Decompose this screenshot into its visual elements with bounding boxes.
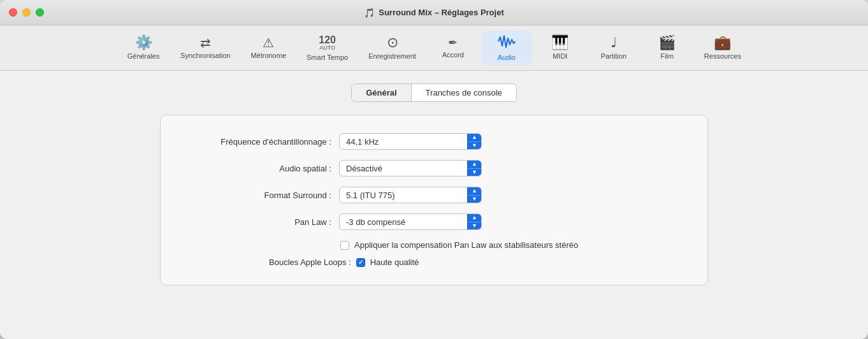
tab-synchronisation[interactable]: ⇄ Synchronisation [171,32,239,63]
pan-law-stepper-up[interactable]: ▲ [468,213,481,222]
tab-enregistrement[interactable]: ⊙ Enregistrement [359,32,425,64]
metronome-icon: ⚠ [263,36,274,49]
audio-spatial-stepper-up[interactable]: ▲ [468,160,481,169]
tab-generales-label: Générales [127,52,160,60]
window-title: 🎵 Surround Mix – Réglages Projet [364,8,504,18]
tab-general-button[interactable]: Général [352,84,411,101]
pan-law-checkbox-row: Appliquer la compensation Pan Law aux st… [186,240,682,250]
apple-loops-label: Haute qualité [370,257,419,267]
tab-ressources-label: Ressources [704,52,741,60]
pan-law-stepper[interactable]: ▲ ▼ [467,213,481,230]
format-surround-stepper[interactable]: ▲ ▼ [467,187,481,203]
pan-law-label: Pan Law : [186,217,339,227]
tab-audio[interactable]: Audio [481,31,532,65]
frequence-control: 44,1 kHz ▲ ▼ [339,133,482,150]
tab-ressources[interactable]: 💼 Ressources [695,32,750,64]
tab-generales[interactable]: ⚙️ Générales [118,32,169,64]
format-surround-select[interactable]: 5.1 (ITU 775) ▲ ▼ [339,187,482,203]
settings-panel: Fréquence d'échantillonnage : 44,1 kHz ▲… [160,115,708,285]
frequence-select[interactable]: 44,1 kHz ▲ ▼ [339,133,482,150]
frequence-stepper[interactable]: ▲ ▼ [467,133,481,150]
format-surround-value: 5.1 (ITU 775) [340,191,467,200]
tab-smart-tempo[interactable]: 120 AUTO Smart Tempo [298,31,357,65]
frequence-label: Fréquence d'échantillonnage : [186,137,339,147]
apple-loops-checkbox[interactable]: ✓ [356,258,365,267]
pan-law-row: Pan Law : -3 db compensé ▲ ▼ [186,213,682,230]
tab-smart-tempo-label: Smart Tempo [307,54,348,61]
title-text: Surround Mix – Réglages Projet [379,8,504,17]
audio-spatial-value: Désactivé [340,164,467,173]
tab-accord-label: Accord [442,51,464,59]
frequence-stepper-up[interactable]: ▲ [468,133,481,142]
audio-spatial-select[interactable]: Désactivé ▲ ▼ [339,160,482,177]
accord-icon: ✒ [448,37,458,48]
midi-icon: 🎹 [551,36,568,50]
tab-enregistrement-label: Enregistrement [368,52,416,60]
pan-law-checkbox[interactable] [340,241,349,250]
format-surround-row: Format Surround : 5.1 (ITU 775) ▲ ▼ [186,187,682,203]
close-button[interactable] [9,8,17,17]
audio-wave-icon [498,34,516,51]
format-surround-label: Format Surround : [186,191,339,200]
tab-tranches-button[interactable]: Tranches de console [412,84,516,101]
tab-film-label: Film [660,52,674,60]
audio-spatial-row: Audio spatial : Désactivé ▲ ▼ [186,160,682,177]
traffic-lights [9,8,44,17]
frequence-stepper-down[interactable]: ▼ [468,142,481,150]
tab-accord[interactable]: ✒ Accord [428,33,479,62]
frequence-value: 44,1 kHz [340,137,467,147]
tab-partition[interactable]: ♩ Partition [588,32,639,64]
tab-midi-label: MIDI [553,52,567,60]
maximize-button[interactable] [36,8,44,17]
ressources-icon: 💼 [714,36,731,50]
audio-spatial-control: Désactivé ▲ ▼ [339,160,482,177]
frequence-row: Fréquence d'échantillonnage : 44,1 kHz ▲… [186,133,682,150]
film-icon: 🎬 [658,36,676,50]
pan-law-value: -3 db compensé [340,217,467,227]
apple-loops-prefix: Boucles Apple Loops : [269,257,356,267]
minimize-button[interactable] [22,8,31,17]
apple-loops-row: Boucles Apple Loops : ✓ Haute qualité [186,257,682,267]
tab-metronome[interactable]: ⚠ Métronome [242,32,295,63]
content-area: Général Tranches de console Fréquence d'… [0,71,868,339]
pan-law-stepper-down[interactable]: ▼ [468,222,481,231]
pan-law-select[interactable]: -3 db compensé ▲ ▼ [339,213,482,230]
format-surround-control: 5.1 (ITU 775) ▲ ▼ [339,187,482,203]
tab-film[interactable]: 🎬 Film [642,32,693,64]
tempo-icon: 120 AUTO [319,35,336,51]
audio-spatial-label: Audio spatial : [186,164,339,173]
tab-metronome-label: Métronome [250,52,286,59]
tab-switcher: Général Tranches de console [351,83,517,102]
tab-partition-label: Partition [601,52,626,60]
tab-audio-label: Audio [498,54,516,61]
tempo-number: 120 [319,35,336,45]
partition-icon: ♩ [611,36,617,50]
audio-spatial-stepper-down[interactable]: ▼ [468,169,481,177]
main-window: 🎵 Surround Mix – Réglages Projet ⚙️ Géné… [0,0,868,339]
format-surround-stepper-down[interactable]: ▼ [468,196,481,204]
record-icon: ⊙ [387,36,398,50]
title-bar: 🎵 Surround Mix – Réglages Projet [0,0,868,25]
pan-law-control: -3 db compensé ▲ ▼ [339,213,482,230]
toolbar: ⚙️ Générales ⇄ Synchronisation ⚠ Métrono… [0,25,868,71]
pan-law-checkbox-label: Appliquer la compensation Pan Law aux st… [354,240,578,250]
gear-icon: ⚙️ [135,36,152,50]
tab-synchronisation-label: Synchronisation [180,52,230,59]
format-surround-stepper-up[interactable]: ▲ [468,187,481,196]
tab-midi[interactable]: 🎹 MIDI [535,32,586,64]
sync-icon: ⇄ [200,36,211,49]
audio-spatial-stepper[interactable]: ▲ ▼ [467,160,481,177]
title-icon: 🎵 [364,8,375,18]
tempo-sub: AUTO [319,45,335,51]
